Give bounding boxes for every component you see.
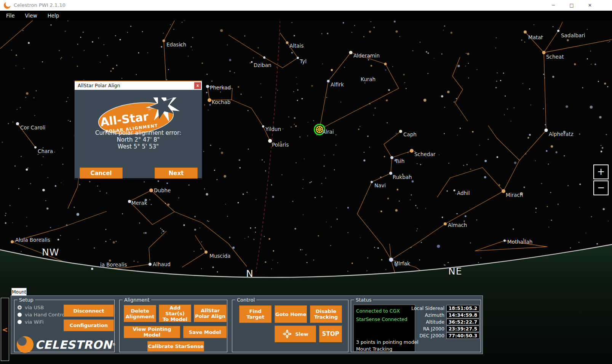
control-legend: Control [235,297,256,303]
next-button[interactable]: Next [155,168,198,179]
status-message: StarSense Connected [356,316,407,322]
telemetry-value: 77:40:50.3 [446,332,479,339]
zoom-in-button[interactable]: + [593,164,609,179]
named-star-dot [371,181,373,183]
add-stars-to-model-button[interactable]: Add Star(s) To Model [159,305,191,322]
allstar-polar-align-button[interactable]: AllStar Polar Align [194,305,227,322]
setup-group: Setup via USBvia Hand Controlvia WiFi Di… [14,300,115,352]
radio-circle[interactable] [18,305,22,310]
radio-circle[interactable] [18,313,22,317]
named-star-dot [34,146,37,148]
allstar-logo-tm: ™ [148,109,152,113]
celestron-ball-icon [17,336,34,353]
setup-legend: Setup [18,297,35,303]
telemetry-value: 14:34:59.8 [446,312,479,318]
named-star-dot [384,63,387,65]
map-zoom-controls: + − [593,164,609,196]
celestron-brand-text: CELESTRON [35,338,112,351]
status-message: Mount Tracking [356,346,392,352]
tab-mount[interactable]: Mount [11,288,27,295]
named-star-dot [410,149,414,153]
named-star-dot [163,40,165,42]
named-star-dot [263,56,265,59]
status-message: Connected to CGX [356,308,400,314]
dialog-title: AllStar Polar Align [78,83,120,88]
named-star-dot [206,85,209,88]
named-star-dot [128,200,131,203]
minimize-button[interactable]: ─ [547,0,560,11]
maximize-button[interactable]: □ [565,0,578,11]
slew-button[interactable]: Slew [275,326,316,342]
celestron-brand-registered: ® [112,343,115,346]
configuration-button[interactable]: Configuration [64,319,114,331]
named-star-dot [262,125,264,128]
named-star-dot [444,222,447,225]
collapse-panel-button[interactable]: < [1,298,9,361]
menu-bar: FileViewHelp [0,11,612,21]
polar-error-line3: West 5° 5' 53" [75,143,202,150]
status-message: 3 points in pointing model [356,339,419,345]
goto-home-button[interactable]: Goto Home [275,305,307,323]
named-star-dot [205,251,208,254]
view-pointing-model-button[interactable]: View Pointing Model [124,326,180,338]
telemetry-label: Azimuth [401,312,444,318]
menu-item-file[interactable]: File [6,13,15,19]
cancel-button[interactable]: Cancel [80,168,123,179]
polar-error-line2: North 2° 47' 8" [75,136,202,143]
radio-circle[interactable] [18,320,22,324]
disable-tracking-button[interactable]: Disable Tracking [310,305,342,323]
telemetry-value: 23:39:27.5 [446,326,479,332]
alignment-legend: Alignment [123,297,151,303]
menu-item-help[interactable]: Help [48,13,59,19]
status-legend: Status [354,297,373,303]
slew-button-label: Slew [295,331,308,337]
named-star-dot [149,263,152,266]
save-model-button[interactable]: Save Model [183,326,227,338]
close-button[interactable]: ✕ [583,0,596,11]
named-star-dot [286,42,289,44]
celestron-brand-logo: CELESTRON ® [17,336,115,353]
named-star-dot [390,156,393,159]
radio-label: via WiFi [25,319,44,325]
named-star-dot [389,258,393,262]
telemetry-label: Altitude [401,319,444,325]
named-star-dot [11,240,14,243]
named-star-dot [502,189,505,193]
polar-align-dialog: AllStar Polar Align x All-Star ™ POLAR A… [75,81,202,179]
telemetry-value: 18:51:05.2 [446,305,479,311]
named-star-dot [545,129,548,132]
named-star-dot [91,268,93,270]
dialog-titlebar[interactable]: AllStar Polar Align x [75,81,202,90]
named-star-dot [389,172,392,175]
telemetry-value: 36:52:22.7 [446,319,479,325]
named-star-dot [16,122,19,125]
window-title: Celestron PWI 2.1.10 [14,2,66,8]
app-window: EdasichAltaisTylDzibanAlderaminKurahAlfi… [0,0,612,364]
alignment-group: Alignment Delete Alignment Add Star(s) T… [119,300,227,352]
disconnect-button[interactable]: Disconnect [64,305,114,317]
dialog-close-button[interactable]: x [194,82,201,89]
radio-via-usb[interactable]: via USB [18,305,44,310]
named-star-dot [349,51,353,54]
find-target-button[interactable]: Find Target [239,305,272,323]
named-star-dot [503,239,506,242]
radio-via-hand-control[interactable]: via Hand Control [18,312,66,318]
delete-alignment-button[interactable]: Delete Alignment [124,305,156,322]
telescope-marker[interactable] [315,125,325,135]
radio-label: via USB [25,305,44,310]
named-star-dot [399,130,402,133]
menu-item-view[interactable]: View [25,13,37,19]
celestron-app-icon [4,2,11,9]
calibrate-starsense-button[interactable]: Calibrate StarSense [147,341,204,351]
named-star-dot [149,188,153,192]
named-star-dot [454,190,455,192]
status-group: Status Connected to CGXStarSense Connect… [351,300,481,352]
telemetry-label: DEC J2000 [401,333,444,338]
zoom-out-button[interactable]: − [593,180,609,195]
radio-via-wifi[interactable]: via WiFi [18,319,44,325]
stop-button[interactable]: STOP [319,326,342,342]
named-star-dot [327,80,330,83]
named-star-dot [557,30,559,32]
named-star-dot [297,57,299,59]
mount-panel: Setup via USBvia Hand Controlvia WiFi Di… [11,295,483,354]
